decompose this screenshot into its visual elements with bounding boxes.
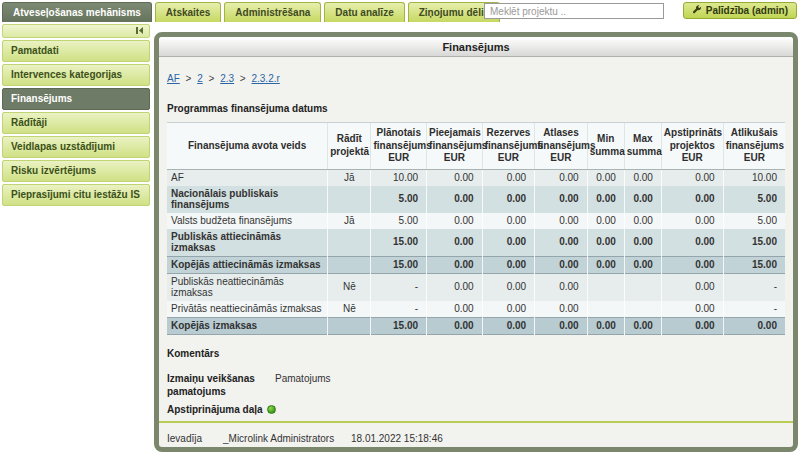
cell-value: 0.00 [661,169,723,186]
help-admin-button[interactable]: Palīdzība (admin) [683,2,797,19]
table-row: Publiskās neattiecināmās izmaksas Nē - 0… [167,273,785,301]
cell-value: 0.00 [482,301,535,318]
sidebar: Pamatdati Intervences kategorijas Finans… [0,24,150,458]
column-header-radit-projekta: Rādīt projektā [328,123,371,170]
wrench-icon [692,5,702,15]
cell-value: 15.00 [371,317,427,334]
sidebar-item-raditaji[interactable]: Rādītāji [2,112,150,134]
audit-action-label: Apstiprināja [167,447,223,453]
cell-show-in-project [328,256,371,273]
column-header-max-summa: Max summa [624,123,661,170]
cell-show-in-project: Nē [328,301,371,318]
tab-atveselosanas-mehanisms[interactable]: Atveseļošanas mehānisms [2,2,152,22]
row-label: AF [167,169,328,186]
tab-datu-analize[interactable]: Datu analīze [324,2,404,22]
tab-administresana[interactable]: Administrēšana [224,2,321,22]
page-title: Finansējums [159,37,793,57]
table-row: Nacionālais publiskais finansējums 5.00 … [167,186,785,213]
cell-value: 0.00 [723,317,785,334]
breadcrumb-separator: > [240,73,246,84]
help-button-label: Palīdzība (admin) [706,5,788,16]
breadcrumb-link-2[interactable]: 2 [197,73,203,84]
sidebar-collapse-bar[interactable] [2,24,150,38]
sidebar-item-intervences-kategorijas[interactable]: Intervences kategorijas [2,64,150,86]
cell-value: - [371,301,427,318]
cell-value: 0.00 [661,229,723,257]
cell-value [587,301,624,318]
cell-value: 0.00 [535,213,588,229]
cell-value: 0.00 [482,317,535,334]
cell-value: 0.00 [535,256,588,273]
cell-value: 0.00 [482,213,535,229]
view-approval-link[interactable]: Skatīt [459,447,485,453]
row-label: Kopējās izmaksas [167,317,328,334]
sidebar-item-risku-izvertejums[interactable]: Risku izvērtējums [2,160,150,182]
cell-value: 5.00 [723,213,785,229]
sidebar-item-pamatdati[interactable]: Pamatdati [2,40,150,62]
audit-row-entered: Ievadīja _Microlink Administrators 18.01… [167,431,785,447]
sidebar-item-veidlapas-uzstadijumi[interactable]: Veidlapas uzstādījumi [2,136,150,158]
breadcrumb-link-af[interactable]: AF [167,73,180,84]
cell-value: 0.00 [661,317,723,334]
change-reason-label: Izmaiņu veikšanas pamatojums [167,372,267,398]
column-header-atlikusais: Atlikušais finansējums EUR [723,123,785,170]
sidebar-item-pieprasijumi-citu-iestazu-is[interactable]: Pieprasījumi citu iestāžu IS [2,184,150,206]
cell-value: 15.00 [723,256,785,273]
table-row: Publiskās attiecināmās izmaksas 15.00 0.… [167,229,785,257]
column-header-rezerves: Rezerves finansējums EUR [482,123,535,170]
breadcrumb-link-2-3-2-r[interactable]: 2.3.2.r [251,73,279,84]
cell-value: 0.00 [535,317,588,334]
cell-value: 0.00 [482,186,535,213]
cell-value: 0.00 [535,301,588,318]
table-row-total: Kopējās attiecināmās izmaksas 15.00 0.00… [167,256,785,273]
cell-value: 0.00 [624,169,661,186]
cell-value: 5.00 [371,213,427,229]
cell-value: 5.00 [723,186,785,213]
cell-value: 15.00 [723,229,785,257]
cell-value: 0.00 [427,301,483,318]
cell-value: 0.00 [427,256,483,273]
cell-value: 0.00 [482,229,535,257]
cell-value: 0.00 [624,186,661,213]
column-header-avota-veids: Finansējuma avota veids [167,123,328,170]
cell-value: 10.00 [723,169,785,186]
cell-value [624,273,661,301]
cell-value: 15.00 [371,256,427,273]
cell-value: 0.00 [427,317,483,334]
cell-value: 0.00 [535,229,588,257]
breadcrumb-separator: > [186,73,192,84]
cell-value: - [723,273,785,301]
row-label: Valsts budžeta finansējums [167,213,328,229]
financing-table: Finansējuma avota veids Rādīt projektā P… [167,122,785,335]
approval-section-label: Apstiprinājuma daļa [167,404,263,415]
cell-value: 0.00 [661,301,723,318]
cell-show-in-project [328,186,371,213]
breadcrumb: AF > 2 > 2.3 > 2.3.2.r [167,73,785,84]
cell-value: 5.00 [371,186,427,213]
cell-value: 0.00 [427,169,483,186]
sidebar-item-finansejums[interactable]: Finansējums [2,88,150,110]
tab-atskaites[interactable]: Atskaites [155,2,221,22]
cell-value: 0.00 [587,317,624,334]
audit-user: _Microlink Administrators [223,447,351,453]
panel-body: AF > 2 > 2.3 > 2.3.2.r Programmas finans… [159,57,793,452]
table-row: AF Jā 10.00 0.00 0.00 0.00 0.00 0.00 0.0… [167,169,785,186]
cell-value: 0.00 [661,213,723,229]
cell-value: 0.00 [427,273,483,301]
cell-value: 0.00 [427,229,483,257]
section-divider [159,421,793,423]
cell-value: 0.00 [661,273,723,301]
cell-value: 0.00 [587,213,624,229]
breadcrumb-link-2-3[interactable]: 2.3 [220,73,234,84]
cell-value: 0.00 [587,186,624,213]
info-icon[interactable] [267,405,276,414]
row-label: Privātās neattiecināmās izmaksas [167,301,328,318]
cell-value: 0.00 [482,256,535,273]
section-title: Programmas finansējuma datums [167,102,337,115]
audit-action-label: Ievadīja [167,431,223,447]
collapse-left-icon[interactable] [135,26,144,35]
search-input[interactable] [484,3,664,19]
cell-value: 0.00 [661,256,723,273]
top-navigation: Atveseļošanas mehānisms Atskaites Admini… [0,0,800,22]
breadcrumb-separator: > [209,73,215,84]
